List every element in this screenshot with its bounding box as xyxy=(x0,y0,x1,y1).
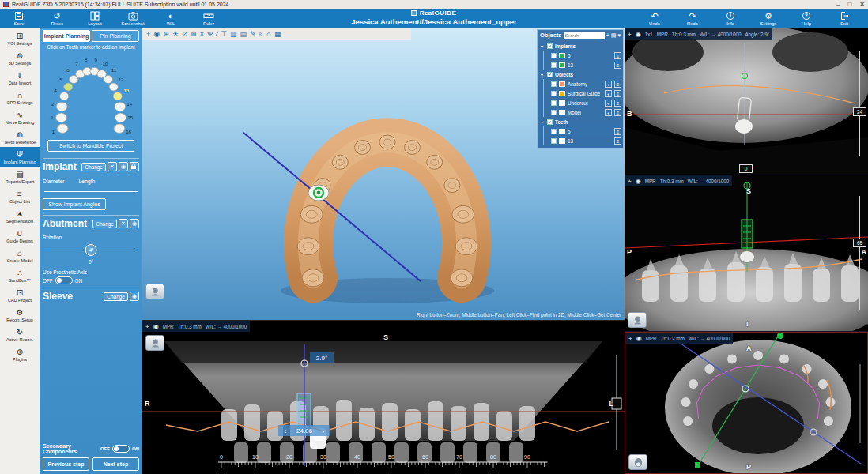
next-step-button[interactable]: Next step xyxy=(92,457,139,471)
object-menu-icon[interactable]: ≡ xyxy=(614,100,621,107)
snapshot-view-icon[interactable]: ◉ xyxy=(153,323,159,330)
visibility-checkbox[interactable] xyxy=(551,91,557,96)
layout-two-icon[interactable]: ▤ xyxy=(240,28,247,40)
reset-button[interactable]: ↺ Reset xyxy=(38,9,76,28)
tab-implant-planning[interactable]: Implant Planning xyxy=(43,30,90,42)
orientation-head-icon[interactable] xyxy=(145,284,164,299)
objects-item-objects-model[interactable]: Model+≡ xyxy=(543,107,621,117)
sleeve-visibility-icon[interactable]: ◉ xyxy=(130,292,139,301)
screenshot-button[interactable]: Screenshot xyxy=(114,9,152,28)
sidebar-item-nerve-drawing[interactable]: ∿Nerve Drawing xyxy=(0,107,40,127)
group-visibility-checkbox[interactable]: ✓ xyxy=(547,72,553,77)
sidebar-item-teeth-reference[interactable]: ⋒Teeth Reference xyxy=(0,127,40,147)
abutment-visibility-icon[interactable]: ◉ xyxy=(130,219,139,228)
collapse-panel-icon[interactable]: ▾ xyxy=(617,32,621,39)
slice-slider-handle[interactable]: 24 xyxy=(853,107,866,116)
save-button[interactable]: Save xyxy=(0,9,38,28)
view-3d[interactable]: +◉⊛☀⊘⋒×Ψ∕⊤▥▤✎≈∩▦ Objects + ▤ ▾ ▾✓Implant… xyxy=(142,28,625,320)
sidebar-item-cpr-settings[interactable]: ∩CPR Settings xyxy=(0,88,40,107)
ruler-button[interactable]: Ruler xyxy=(190,9,228,28)
abutment-delete-icon[interactable]: ✕ xyxy=(119,219,128,228)
move-view-icon[interactable]: + xyxy=(628,31,632,38)
object-menu-icon[interactable]: ≡ xyxy=(614,128,621,135)
objects-item-teeth-5[interactable]: 5≡ xyxy=(543,126,621,136)
tooth-marker-3[interactable] xyxy=(56,102,67,111)
redo-button[interactable]: ↷ Redo xyxy=(674,9,711,28)
orientation-head-icon[interactable] xyxy=(628,454,647,470)
slice-tool-icon[interactable]: ∕ xyxy=(217,28,218,40)
maximize-button[interactable]: □ xyxy=(847,0,851,9)
visibility-checkbox[interactable] xyxy=(551,138,557,144)
visibility-checkbox[interactable] xyxy=(551,100,557,106)
pen-tool-icon[interactable]: ✎ xyxy=(250,28,256,40)
view-cross-section[interactable]: + ◉ 1x1 MPR Th:0.3 mm W/L: → 4000/1000 A… xyxy=(625,28,868,175)
exit-button[interactable]: Exit xyxy=(825,9,863,28)
sidebar-item-segmentation[interactable]: ∗Segmentation xyxy=(0,206,40,226)
objects-group-objects[interactable]: ▾✓Objects xyxy=(541,70,621,79)
volume-render-icon[interactable]: ⊛ xyxy=(163,28,169,40)
implant-visibility-icon[interactable]: ◉ xyxy=(119,162,128,171)
objects-item-implants-13[interactable]: 13≡ xyxy=(543,60,621,70)
move-object-icon[interactable]: + xyxy=(605,81,612,88)
move-view-icon[interactable]: + xyxy=(628,335,632,342)
screenshot-icon[interactable]: ◉ xyxy=(153,28,160,40)
move-panel-icon[interactable]: + xyxy=(606,32,609,39)
help-button[interactable]: ? Help xyxy=(787,9,825,28)
tooth-marker-15[interactable] xyxy=(115,113,126,122)
objects-item-objects-surgical-guide[interactable]: Surgical Guide+≡ xyxy=(543,88,621,98)
abutment-change-button[interactable]: Change xyxy=(92,220,117,228)
sidebar-item-implant-planning[interactable]: ΨImplant Planning xyxy=(0,147,40,167)
tooth-marker-16[interactable] xyxy=(114,124,125,134)
layout-one-icon[interactable]: ▥ xyxy=(230,28,237,40)
undo-button[interactable]: ↶ Undo xyxy=(636,9,674,28)
grid-icon[interactable]: ▦ xyxy=(274,28,281,40)
tooth-marker-14[interactable] xyxy=(115,102,126,111)
slice-slider-handle[interactable]: 65 xyxy=(853,239,866,247)
sidebar-item-data-import[interactable]: ⇓Data Import xyxy=(0,68,40,88)
visibility-checkbox[interactable] xyxy=(551,110,557,115)
tooth-icon[interactable]: ⋒ xyxy=(191,28,197,40)
wl-button[interactable]: ◐ W/L xyxy=(152,9,190,28)
list-view-icon[interactable]: ▤ xyxy=(611,32,617,39)
objects-item-objects-anatomy[interactable]: Anatomy+≡ xyxy=(543,79,621,88)
switch-to-mandible-button[interactable]: Switch to Mandible Project xyxy=(47,140,134,152)
move-view-icon[interactable]: + xyxy=(628,178,632,185)
tooth-marker-1[interactable] xyxy=(57,124,68,134)
settings-button[interactable]: ⚙ Settings xyxy=(749,9,787,28)
slice-slider[interactable] xyxy=(859,51,860,156)
position-prev-arrow[interactable]: ‹ xyxy=(285,427,287,435)
rotation-slider-thumb[interactable]: Ψ xyxy=(85,244,97,256)
object-menu-icon[interactable]: ≡ xyxy=(614,62,621,69)
measure-tool-icon[interactable]: ⊤ xyxy=(221,28,227,40)
tooth-marker-12[interactable] xyxy=(109,83,118,91)
layout-button[interactable]: Layout xyxy=(76,9,114,28)
sidebar-item-create-model[interactable]: ⌂Create Model xyxy=(0,246,40,265)
arc-tool-icon[interactable]: ∩ xyxy=(266,28,271,40)
snapshot-view-icon[interactable]: ◉ xyxy=(636,178,641,185)
sidebar-item-recon-setup[interactable]: ⚙Recon. Setup xyxy=(0,305,40,325)
tab-pin-planning[interactable]: Pin Planning xyxy=(92,30,139,42)
view-parallel-section[interactable]: + ◉ MPR Th:0.3 mm W/L: → 4000/1000 S P A… xyxy=(625,175,868,332)
tooth-marker-11[interactable] xyxy=(104,75,112,83)
objects-group-implants[interactable]: ▾✓Implants xyxy=(541,41,621,51)
sidebar-item-voi-settings[interactable]: ⊞VOI Settings xyxy=(0,28,40,48)
objects-item-teeth-13[interactable]: 13≡ xyxy=(543,136,621,145)
secondary-components-toggle[interactable] xyxy=(112,445,130,453)
visibility-checkbox[interactable] xyxy=(551,81,557,87)
visibility-checkbox[interactable] xyxy=(551,129,557,134)
implant-change-button[interactable]: Change xyxy=(81,163,106,171)
visibility-checkbox[interactable] xyxy=(551,62,557,68)
previous-step-button[interactable]: Previous step xyxy=(43,457,89,471)
implant-delete-icon[interactable]: ✕ xyxy=(108,162,117,171)
sidebar-item-plugins[interactable]: ⊕Plugins xyxy=(0,344,40,364)
bottom-slider-handle[interactable]: 0 xyxy=(739,164,753,173)
minimize-button[interactable]: – xyxy=(836,0,840,9)
sidebar-item-active-recon[interactable]: ↻Active Recon. xyxy=(0,325,40,344)
sidebar-item-object-list[interactable]: ≡Object List xyxy=(0,186,40,206)
sidebar-item-sandbox[interactable]: ∴SandBox™ xyxy=(0,265,40,285)
objects-item-objects-undercut[interactable]: Undercut+≡ xyxy=(543,98,621,107)
rotation-slider[interactable]: Ψ xyxy=(43,242,139,259)
sidebar-item-cad-project[interactable]: ⊡CAD Project xyxy=(0,285,40,305)
snapshot-view-icon[interactable]: ◉ xyxy=(636,31,641,38)
implant-tool-icon[interactable]: Ψ xyxy=(207,28,213,40)
